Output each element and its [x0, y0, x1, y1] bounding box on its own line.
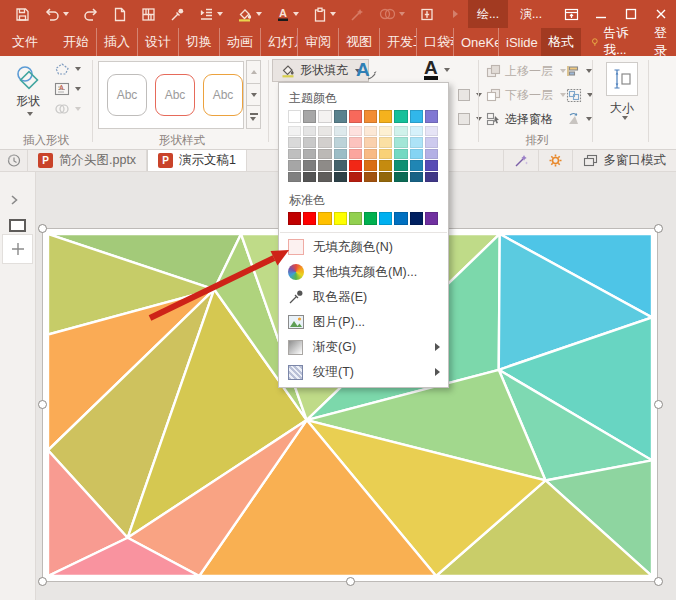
gallery-scroll-down-icon[interactable]	[246, 83, 261, 107]
tint-swatch[interactable]	[349, 137, 362, 147]
selection-handle-mid-right[interactable]	[654, 400, 663, 409]
ribbon-tab[interactable]: 格式	[541, 28, 581, 56]
tint-swatch[interactable]	[318, 160, 331, 170]
fill-menu-item[interactable]: 图片(P)...	[279, 310, 448, 335]
document-tab[interactable]: P 简介头图.pptx	[28, 150, 147, 171]
tint-swatch[interactable]	[379, 160, 392, 170]
tint-swatch[interactable]	[288, 172, 301, 182]
paste-caret[interactable]	[330, 12, 336, 16]
tint-swatch[interactable]	[364, 172, 377, 182]
tell-me-button[interactable]: 告诉我...	[581, 25, 642, 59]
theme-color-swatch[interactable]	[349, 110, 362, 123]
ribbon-tab[interactable]: iSlide	[498, 28, 541, 56]
fill-menu-item[interactable]: 纹理(T)	[279, 360, 448, 385]
ribbon-tab[interactable]: 开始	[56, 28, 96, 56]
ribbon-tab[interactable]: 设计	[137, 28, 178, 56]
ribbon-tab[interactable]: 审阅	[297, 28, 338, 56]
fill-menu-item[interactable]: 其他填充颜色(M)...	[279, 260, 448, 285]
sign-in-button[interactable]: 登录	[642, 24, 676, 60]
tint-swatch[interactable]	[349, 126, 362, 136]
tint-swatch[interactable]	[394, 160, 407, 170]
tint-swatch[interactable]	[318, 137, 331, 147]
font-color-caret[interactable]	[293, 12, 299, 16]
shapes-button[interactable]: 形状	[6, 61, 50, 133]
fill-menu-item[interactable]: 渐变(G)	[279, 335, 448, 360]
standard-color-swatch[interactable]	[288, 212, 301, 225]
selection-handle-bottom-mid[interactable]	[346, 577, 355, 586]
text-box-button[interactable]: A	[54, 82, 81, 96]
theme-color-swatch[interactable]	[425, 110, 438, 123]
tint-swatch[interactable]	[318, 172, 331, 182]
tint-swatch[interactable]	[410, 172, 423, 182]
tint-swatch[interactable]	[349, 160, 362, 170]
ribbon-tab[interactable]: 动画	[219, 28, 260, 56]
history-icon[interactable]	[0, 150, 28, 171]
tint-swatch[interactable]	[303, 149, 316, 159]
standard-color-swatch[interactable]	[349, 212, 362, 225]
size-caret[interactable]	[622, 116, 628, 120]
ribbon-display-options-icon[interactable]	[556, 0, 586, 28]
shape-fill-button[interactable]: 形状填充	[272, 59, 369, 82]
ribbon-tab[interactable]: 文件	[0, 28, 50, 56]
tint-swatch[interactable]	[288, 137, 301, 147]
tint-swatch[interactable]	[410, 137, 423, 147]
tint-swatch[interactable]	[410, 126, 423, 136]
redo-icon[interactable]	[76, 0, 106, 28]
standard-color-swatch[interactable]	[364, 212, 377, 225]
tint-swatch[interactable]	[425, 172, 438, 182]
shape-style-option[interactable]: Abc	[203, 74, 243, 116]
text-fill-button[interactable]: A	[356, 60, 377, 80]
rotate-button[interactable]	[566, 108, 592, 130]
tint-swatch[interactable]	[364, 160, 377, 170]
layout-grid-icon[interactable]	[134, 0, 163, 28]
tint-swatch[interactable]	[425, 149, 438, 159]
selection-handle-top-right[interactable]	[654, 224, 663, 233]
align-button[interactable]	[566, 60, 592, 82]
ribbon-tab[interactable]: OneKey	[453, 28, 498, 56]
theme-color-swatch[interactable]	[318, 110, 331, 123]
multi-window-button[interactable]: 多窗口模式	[572, 150, 676, 171]
ribbon-tab[interactable]: 口袋动画	[416, 28, 453, 56]
undo-icon[interactable]	[37, 0, 76, 28]
tint-swatch[interactable]	[288, 126, 301, 136]
tint-swatch[interactable]	[379, 149, 392, 159]
slide-thumbnail-icon[interactable]	[9, 219, 26, 232]
gallery-more-icon[interactable]	[246, 105, 261, 129]
selection-handle-bottom-right[interactable]	[654, 577, 663, 586]
tint-swatch[interactable]	[303, 160, 316, 170]
tint-swatch[interactable]	[394, 137, 407, 147]
size-button[interactable]	[606, 62, 638, 96]
theme-color-swatch[interactable]	[410, 110, 423, 123]
selection-pane-button[interactable]: 选择窗格	[486, 108, 553, 130]
tint-swatch[interactable]	[303, 126, 316, 136]
tint-swatch[interactable]	[318, 149, 331, 159]
font-color-icon[interactable]: A	[269, 0, 306, 28]
gallery-scroll-up-icon[interactable]	[246, 60, 261, 84]
tint-swatch[interactable]	[334, 149, 347, 159]
text-outline-button[interactable]: A	[424, 60, 450, 80]
standard-color-swatch[interactable]	[303, 212, 316, 225]
tint-swatch[interactable]	[425, 126, 438, 136]
tint-swatch[interactable]	[364, 137, 377, 147]
standard-color-swatch[interactable]	[410, 212, 423, 225]
fill-color-caret[interactable]	[256, 12, 262, 16]
tint-swatch[interactable]	[394, 126, 407, 136]
theme-color-swatch[interactable]	[334, 110, 347, 123]
tint-swatch[interactable]	[334, 137, 347, 147]
tint-swatch[interactable]	[379, 172, 392, 182]
tint-swatch[interactable]	[288, 149, 301, 159]
tint-swatch[interactable]	[349, 149, 362, 159]
tint-swatch[interactable]	[364, 126, 377, 136]
tint-swatch[interactable]	[425, 137, 438, 147]
theme-color-swatch[interactable]	[364, 110, 377, 123]
standard-color-swatch[interactable]	[425, 212, 438, 225]
theme-color-swatch[interactable]	[379, 110, 392, 123]
fill-color-icon[interactable]	[230, 0, 269, 28]
theme-color-swatch[interactable]	[288, 110, 301, 123]
selection-handle-top-left[interactable]	[38, 224, 47, 233]
indent-dropdown-caret[interactable]	[217, 12, 223, 16]
ribbon-tab[interactable]: 切换	[178, 28, 219, 56]
expand-chevron-icon[interactable]	[10, 194, 19, 209]
fill-menu-item[interactable]: 取色器(E)	[279, 285, 448, 310]
tint-swatch[interactable]	[349, 172, 362, 182]
